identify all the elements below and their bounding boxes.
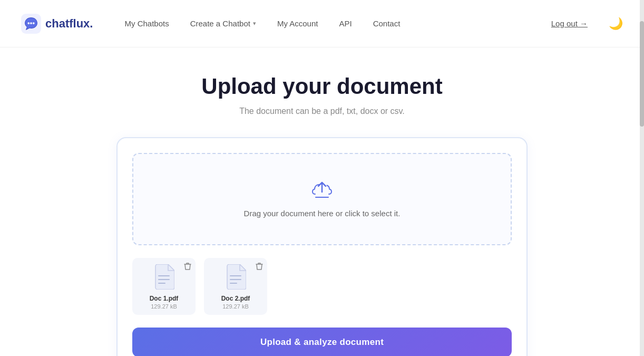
nav-contact[interactable]: Contact (373, 18, 401, 29)
nav-my-chatbots[interactable]: My Chatbots (124, 18, 169, 29)
file-size-2: 129.27 kB (222, 303, 249, 310)
delete-file-1-button[interactable] (184, 262, 191, 271)
moon-icon: 🌙 (609, 17, 623, 31)
upload-cloud-icon (311, 180, 333, 201)
svg-point-1 (27, 22, 30, 24)
file-name-2: Doc 2.pdf (221, 295, 250, 302)
logo-icon (21, 14, 41, 34)
navbar: chatflux. My Chatbots Create a Chatbot ▾… (0, 0, 644, 47)
logo-text: chatflux. (45, 17, 93, 31)
nav-right: Log out → 🌙 (551, 17, 623, 31)
nav-links: My Chatbots Create a Chatbot ▾ My Accoun… (124, 18, 551, 29)
file-list: Doc 1.pdf 129.27 kB Doc 2.pdf 129.2 (132, 258, 512, 315)
main-content: Upload your document The document can be… (0, 47, 644, 356)
file-size-1: 129.27 kB (151, 303, 177, 310)
nav-api[interactable]: API (339, 18, 352, 29)
drop-zone-text: Drag your document here or click to sele… (244, 209, 401, 218)
file-card-1: Doc 1.pdf 129.27 kB (132, 258, 196, 315)
upload-analyze-button[interactable]: Upload & analyze document (132, 328, 512, 356)
upload-card: Drag your document here or click to sele… (116, 137, 528, 356)
svg-point-2 (30, 22, 32, 24)
file-doc-icon-2 (225, 264, 246, 290)
dark-mode-toggle[interactable]: 🌙 (609, 17, 623, 31)
scrollbar-thumb[interactable] (640, 21, 644, 127)
delete-file-2-button[interactable] (256, 262, 263, 271)
drop-zone[interactable]: Drag your document here or click to sele… (132, 153, 512, 245)
nav-my-account[interactable]: My Account (277, 18, 318, 29)
svg-point-3 (33, 22, 35, 24)
nav-create-chatbot[interactable]: Create a Chatbot ▾ (190, 18, 256, 29)
file-name-1: Doc 1.pdf (150, 295, 179, 302)
logo[interactable]: chatflux. (21, 14, 93, 34)
chevron-down-icon: ▾ (253, 20, 256, 27)
file-card-2: Doc 2.pdf 129.27 kB (204, 258, 267, 315)
logout-link[interactable]: Log out → (551, 19, 588, 28)
file-doc-icon-1 (153, 264, 174, 290)
scrollbar[interactable] (640, 0, 644, 356)
page-subtitle: The document can be a pdf, txt, docx or … (239, 107, 405, 116)
page-title: Upload your document (201, 74, 442, 99)
